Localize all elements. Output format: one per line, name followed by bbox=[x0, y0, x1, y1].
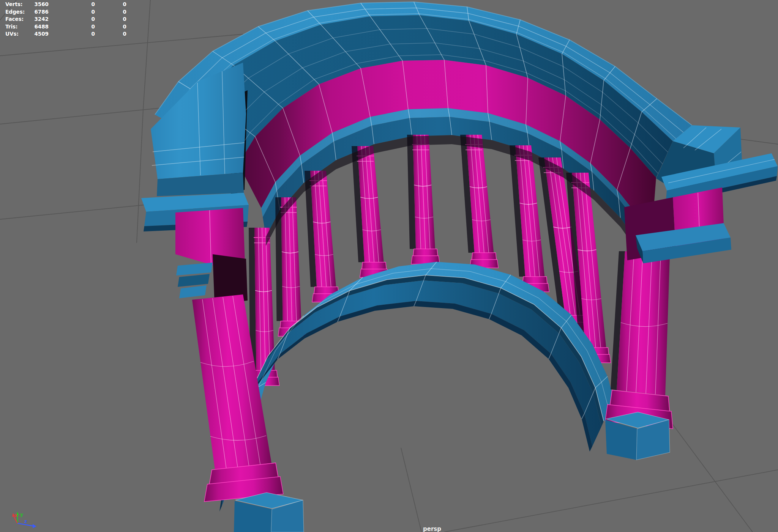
column-base-ring bbox=[413, 249, 438, 257]
left-pier-foot-molding-2 bbox=[178, 274, 210, 287]
hud-value: 0 bbox=[92, 31, 95, 37]
mesh-right-column[interactable] bbox=[605, 251, 673, 460]
small-column-shaft[interactable] bbox=[254, 228, 275, 370]
hud-value: 0 bbox=[123, 31, 126, 37]
hud-label: Edges: bbox=[5, 9, 25, 15]
small-column-shaft[interactable] bbox=[413, 135, 435, 249]
hud-label: Verts: bbox=[5, 1, 22, 7]
hud-label: UVs: bbox=[5, 31, 19, 37]
left-pier-foot-molding-1 bbox=[176, 263, 213, 275]
grid-line bbox=[0, 203, 163, 219]
left-pier-foot-molding-3 bbox=[179, 285, 207, 298]
grid-line bbox=[0, 34, 243, 56]
hud-poly-count: Verts: 3560 0 0 Edges: 6786 0 0 Faces: 3… bbox=[5, 1, 126, 37]
column-base-ring bbox=[362, 262, 387, 270]
grid-line bbox=[444, 470, 778, 532]
axis-gizmo: x y z bbox=[12, 512, 36, 528]
hud-value: 0 bbox=[92, 16, 95, 22]
hud-value: 6786 bbox=[34, 9, 49, 15]
hud-label: Tris: bbox=[5, 24, 17, 30]
grid-line bbox=[401, 448, 421, 532]
hud-value: 0 bbox=[123, 9, 126, 15]
hud-value: 0 bbox=[92, 9, 95, 15]
hud-value: 4509 bbox=[34, 31, 49, 37]
maya-3d-viewport[interactable]: Verts: 3560 0 0 Edges: 6786 0 0 Faces: 3… bbox=[0, 0, 778, 532]
z-axis-arrow-icon bbox=[33, 524, 36, 528]
hud-value: 0 bbox=[123, 1, 126, 7]
hud-value: 0 bbox=[123, 16, 126, 22]
hud-label: Faces: bbox=[5, 16, 24, 22]
hud-value: 0 bbox=[92, 24, 95, 30]
hud-value: 3242 bbox=[34, 16, 49, 22]
hud-value: 0 bbox=[123, 24, 126, 30]
z-axis-label: z bbox=[24, 519, 27, 524]
y-axis-label: y bbox=[20, 512, 23, 517]
right-column-shaft bbox=[617, 251, 670, 395]
small-column-shaft[interactable] bbox=[281, 197, 301, 321]
column-base-ring bbox=[472, 253, 496, 260]
hud-value: 0 bbox=[92, 1, 95, 7]
x-axis-label: x bbox=[14, 513, 17, 518]
hud-value: 3560 bbox=[34, 1, 49, 7]
hud-value: 6488 bbox=[34, 24, 49, 30]
viewport-canvas[interactable]: Verts: 3560 0 0 Edges: 6786 0 0 Faces: 3… bbox=[0, 0, 778, 532]
camera-label: persp bbox=[423, 526, 441, 532]
